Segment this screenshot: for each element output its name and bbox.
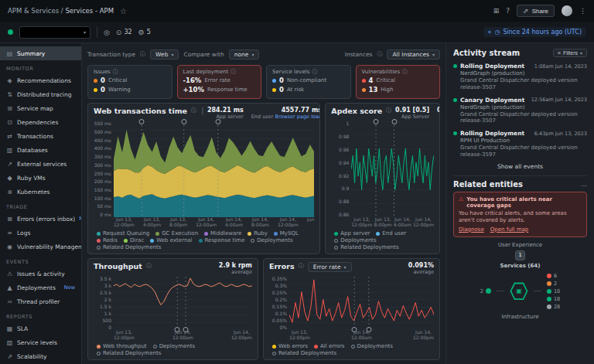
legend-item-all-errors[interactable]: All errors — [314, 343, 345, 349]
info-icon[interactable]: ⓘ — [191, 107, 196, 114]
legend-item-gc-execution[interactable]: GC Execution — [155, 230, 198, 236]
legend-item-web-external[interactable]: Web external — [150, 237, 192, 243]
legend-item-deployments[interactable]: Deployments — [334, 237, 376, 243]
breadcrumb-section[interactable]: APM & Services — [8, 7, 59, 15]
web-plot-area[interactable] — [114, 121, 314, 217]
deployment-marker[interactable] — [183, 327, 189, 332]
filters-button[interactable]: ≡ Filters ▾ — [553, 49, 587, 57]
sidebar-item-transactions[interactable]: ⇄Transactions — [0, 129, 81, 143]
info-icon[interactable]: ⓘ — [377, 50, 382, 58]
compare-with-select[interactable]: none ▾ — [229, 49, 260, 60]
line-chart-icon[interactable]: ~ — [203, 107, 203, 114]
deployment-marker[interactable] — [181, 119, 186, 124]
sidebar-item-databases[interactable]: ▥Databases — [0, 143, 81, 157]
legend-item-dirac[interactable]: Dirac — [124, 237, 144, 243]
sidebar-item-kubernetes[interactable]: ⊕Kubernetes — [0, 185, 81, 199]
service-node[interactable]: 6 — [547, 273, 560, 279]
sidebar-item-service-levels[interactable]: ▧Service levels — [0, 335, 81, 349]
sidebar-item-summary[interactable]: ▤Summary — [0, 46, 81, 60]
errors-metric-select[interactable]: Error rate▾ — [308, 262, 352, 272]
show-all-events-button[interactable]: Show all events — [453, 158, 587, 173]
info-icon[interactable]: ⓘ — [402, 68, 408, 76]
entity-picker[interactable]: ▾ — [19, 26, 90, 39]
sidebar-item-sla[interactable]: ▦SLA — [0, 321, 81, 335]
service-node[interactable]: 18 — [547, 296, 560, 302]
activity-event[interactable]: Rolling Deployment1:08am Jun 14, 2023Ner… — [453, 63, 587, 91]
legend-item-related-deployments[interactable]: Related Deployments — [97, 244, 161, 250]
deployment-marker[interactable] — [139, 119, 145, 124]
sidebar-item-issues-activity[interactable]: ⚠Issues & activity — [0, 267, 81, 281]
favorite-star-icon[interactable]: ☆ — [120, 7, 127, 15]
sidebar-item-distributed-tracing[interactable]: ⇅Distributed tracing — [0, 87, 81, 101]
settings-count[interactable]: ⚙ 5 — [138, 29, 151, 36]
legend-item-mysql[interactable]: MySQL — [274, 230, 299, 236]
help-icon[interactable]: ? — [506, 7, 510, 15]
breadcrumb[interactable]: APM & Services / Services - APM — [8, 7, 114, 15]
legend-item-app-server[interactable]: App server — [334, 230, 370, 236]
sidebar-item-deployments[interactable]: ▲DeploymentsNew — [0, 281, 81, 294]
users-icon[interactable]: ◎ — [104, 29, 110, 36]
info-icon[interactable]: ⓘ — [140, 50, 145, 58]
info-icon[interactable]: ⓘ — [113, 68, 118, 76]
open-full-map-link[interactable]: Open full map — [490, 226, 529, 233]
errors-plot-area[interactable] — [289, 277, 434, 330]
time-range-picker[interactable]: « ◷ Since 24 hours ago (UTC) — [483, 27, 586, 37]
issues-card[interactable]: Issuesⓘ0Critical0Warning — [87, 65, 172, 99]
info-icon[interactable]: ⓘ — [386, 107, 391, 114]
transaction-type-select[interactable]: Web ▾ — [150, 49, 179, 60]
deployment-marker[interactable] — [366, 327, 371, 332]
last-deployment-card[interactable]: Last deploymentⓘ-16%Error rate+10%Respon… — [177, 65, 262, 99]
legend-item-end-user[interactable]: End user — [376, 230, 406, 236]
legend-item-related-deployments[interactable]: Related Deployments — [97, 350, 161, 356]
service-node[interactable]: 10 — [547, 288, 560, 294]
service-node[interactable]: 2 — [547, 281, 560, 287]
apdex-plot-area[interactable] — [351, 121, 434, 217]
apps-grid-icon[interactable]: ⊞ — [493, 7, 500, 15]
avatar[interactable] — [562, 5, 572, 16]
legend-item-related-deployments[interactable]: Related Deployments — [272, 350, 336, 356]
chevron-left-icon[interactable]: « — [488, 29, 492, 36]
legend-item-deployments[interactable]: Deployments — [251, 237, 292, 243]
deployment-marker[interactable] — [352, 327, 357, 332]
info-icon[interactable]: ⓘ — [312, 68, 317, 76]
activity-event[interactable]: Canary Deployment12:56am Jun 14, 2023Ner… — [453, 97, 587, 125]
legend-item-redis[interactable]: Redis — [97, 237, 118, 243]
legend-item-response-time[interactable]: Response time — [199, 237, 245, 243]
diagnose-link[interactable]: Diagnose — [459, 226, 484, 233]
services-hexagon-node[interactable]: ▣ — [510, 282, 528, 301]
service-levels-card[interactable]: Service levelsⓘ0Non-compliant0At risk — [266, 65, 351, 99]
instances-select[interactable]: All Instances ▾ — [387, 49, 440, 60]
legend-item-middleware[interactable]: Middleware — [204, 230, 241, 236]
sidebar-item-dependencies[interactable]: ⊡Dependencies — [0, 115, 81, 129]
legend-item-web-throughput[interactable]: Web throughput — [97, 343, 147, 349]
legend-item-ruby[interactable]: Ruby — [248, 230, 268, 236]
sidebar-item-vulnerability-management[interactable]: ◉Vulnerability Management — [0, 240, 81, 253]
sidebar-item-errors-errors-inbox[interactable]: ⊠Errors (errors inbox)New — [0, 212, 81, 226]
deployment-marker[interactable] — [374, 119, 379, 124]
sidebar-item-external-services[interactable]: ↗External services — [0, 157, 81, 171]
info-icon[interactable]: ⓘ — [146, 262, 152, 270]
legend-item-web-errors[interactable]: Web errors — [272, 343, 308, 349]
incoming-node[interactable]: 2 — [480, 288, 491, 294]
deployment-marker[interactable] — [391, 119, 397, 124]
sidebar-item-ruby-vms[interactable]: ◆Ruby VMs — [0, 171, 81, 185]
kebab-menu-icon[interactable]: ⋮ — [579, 7, 586, 15]
info-icon[interactable]: ⓘ — [230, 68, 236, 76]
browser-page-load-link[interactable]: Browser page load — [275, 114, 320, 120]
sidebar-item-service-map[interactable]: ⊞Service map — [0, 101, 81, 115]
deployment-marker[interactable] — [175, 327, 180, 332]
sidebar-item-recommendations[interactable]: ◈Recommendations — [0, 73, 81, 87]
deployment-marker[interactable] — [215, 119, 220, 124]
share-button[interactable]: ⇗ Share — [517, 5, 555, 17]
user-experience-node[interactable]: 1 — [515, 250, 525, 260]
legend-item-deployments[interactable]: Deployments — [153, 343, 195, 349]
sidebar-item-logs[interactable]: ≡Logs — [0, 226, 81, 240]
throughput-plot-area[interactable] — [114, 277, 252, 330]
info-icon[interactable]: ⓘ — [299, 262, 304, 270]
service-node[interactable]: 28 — [547, 304, 560, 310]
vulnerabilities-card[interactable]: Vulnerabilitiesⓘ4Critical13High — [356, 65, 441, 99]
sidebar-item-scalability[interactable]: ⇗Scalability — [0, 349, 81, 363]
activity-event[interactable]: Rolling Deployment6:43pm Jun 13, 2023RPM… — [453, 130, 587, 158]
kebab-menu-icon[interactable]: … — [581, 181, 587, 188]
legend-item-request-queuing[interactable]: Request Queuing — [97, 230, 149, 236]
